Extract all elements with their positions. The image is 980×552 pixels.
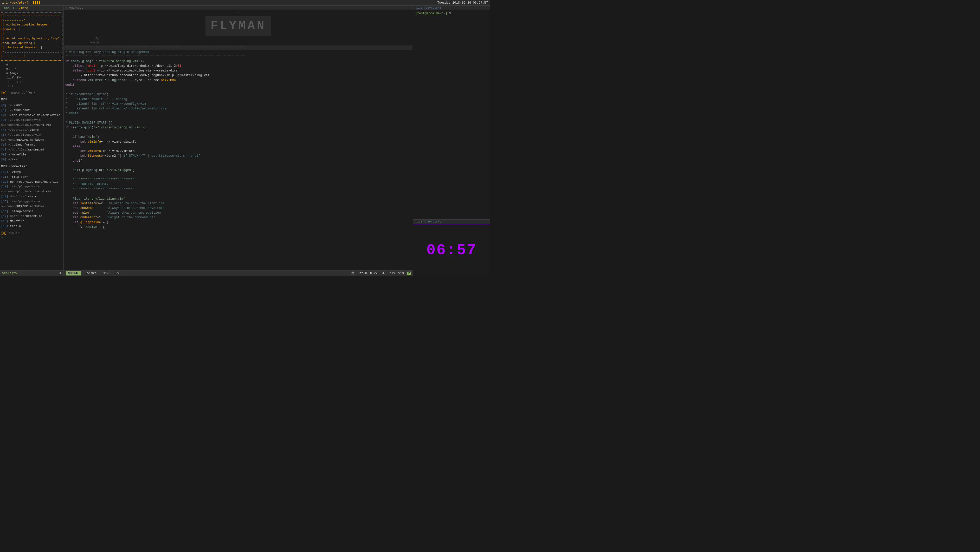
mru-home-header: MRU /home/test <box>1 164 62 169</box>
mru-item-6[interactable]: [6] ~/.clang-format <box>1 143 62 148</box>
mru-home-item-11[interactable]: [11] .tmux.conf <box>1 174 62 179</box>
q-bracket: [q] <box>1 231 7 235</box>
mru-item-4[interactable]: [4] ~/dotfiles/.vimrc <box>1 128 62 133</box>
title-right: Tuesday 2018-06-26 06:57:57 <box>438 1 488 5</box>
tilde-1: ~ <box>1 235 62 240</box>
code-set-showcmd: set showcmd "Always print current keystr… <box>64 206 412 211</box>
cow-art: o o ^__^ o (oo)\________ (__)\ )\/\ ||--… <box>1 63 62 88</box>
top-pane-label: :1.2 /dev/pts/5 <box>413 6 490 10</box>
mru-home-item-12[interactable]: [12] non-recursive-make/Makefile <box>1 179 62 184</box>
datetime: Tuesday 2018-06-26 06:57:57 <box>438 1 488 5</box>
mru-home-item-13[interactable]: [13] .vim/plugged/vim-surround/plugin/su… <box>1 184 62 194</box>
cow-6: || || <box>6 84 62 88</box>
e-bracket: [e] <box>1 91 7 95</box>
status-num: 2 <box>407 271 411 275</box>
startify-label: Startify <box>2 271 17 275</box>
pane-indicators: ▐▐▐▐ <box>32 1 40 5</box>
cow-2: o ^__^ <box>6 67 62 71</box>
mru-item-8[interactable]: [8] ~/Makefile <box>1 152 62 157</box>
main-area: Tab: 1 .vimrc *-------------------------… <box>0 6 490 276</box>
startify-statusline: Startify 1 <box>0 270 64 276</box>
mru-item-9[interactable]: [9] ~/test.c <box>1 157 62 162</box>
tab-number: 1 <box>13 6 14 10</box>
startify-num: 1 <box>60 271 61 275</box>
code-nvim-comment-3: " silent! !ln -sf ~/.vim ~/.config/nvim <box>64 102 412 106</box>
top-pane-id: :1.2 /dev/pts/5 <box>415 6 441 10</box>
mru-home-item-10[interactable]: [10] .vimrc <box>1 170 62 174</box>
editor-path-label: /home/test <box>64 6 413 10</box>
tab-bar: Tab: 1 .vimrc <box>0 6 64 11</box>
screen: 1.1 /dev/pts/4 ▐▐▐▐ Tuesday 2018-06-26 0… <box>0 0 490 276</box>
status-filename: .vimrc <box>85 271 97 275</box>
syntax: vim <box>398 271 404 275</box>
code-mkdir: silent !mkdir -p ~/.vim/temp_dirs/undodi… <box>64 63 412 68</box>
editor-statusline: NORMAL .vimrc 9:23 0% 文 utf-8 U+22 34 un… <box>64 270 413 276</box>
bottom-pane-id: :1.3 /dev/pts/6 <box>415 220 441 223</box>
mru-item-3[interactable]: [3] ~/.vim/plugged/vim-surround/plugin/s… <box>1 118 62 128</box>
box-line-4: | Avoid coupling by writing "shy" code a… <box>3 36 60 46</box>
code-if-empty: if empty(glob('~/.vim/autoload/plug.vim'… <box>64 59 412 63</box>
code-curl: silent !curl -flo ~/.vim/autoload/plug.v… <box>64 68 412 73</box>
encoding-icon: 文 <box>352 271 355 276</box>
mru-home-item-18[interactable]: [18] Makefile <box>1 219 62 224</box>
status-line-col: 9:23 <box>103 271 110 275</box>
code-blank-5 <box>64 173 412 177</box>
code-blank-3 <box>64 130 412 135</box>
tab-filename: .vimrc <box>17 6 28 10</box>
code-nvim-comment-2: " silent! !mkdir -p ~/.config <box>64 97 412 102</box>
vim-label: 1.1 /dev/pts/4 <box>2 1 29 5</box>
code-blank-6 <box>64 192 412 196</box>
encoding: utf-8 <box>358 271 367 275</box>
title-left: 1.1 /dev/pts/4 ▐▐▐▐ <box>2 1 40 5</box>
code-plug-lightline: Plug 'itchyny/lightline.vim' <box>64 197 412 201</box>
clock-panel: 06:57 <box>413 224 490 276</box>
cow-4: (__)\ )\/\ <box>6 75 62 80</box>
code-curl-url: \ https://raw.githubusercontent.com/june… <box>64 73 412 78</box>
code-set-cmdheight: set cmdheight=1 "Height of the command b… <box>64 215 412 220</box>
code-plug-begin: call plug#begin('~/.vim/plugged') <box>64 168 412 173</box>
code-set-viminfo: set viminfo+=n~/.vim/.viminfo <box>64 149 412 154</box>
mru-home-item-15[interactable]: [15] .vim/plugged/vim-surround/README.ma… <box>1 199 62 209</box>
code-endif-2: endif <box>64 159 412 163</box>
code-if-not-empty: if !empty(glob('~/.vim/autoload/plug.vim… <box>64 125 412 130</box>
flyman-title-block: FLYMAN <box>64 16 412 36</box>
middle-panel: /home/test " FLYMAN By ROBIN """""""""""… <box>64 6 413 276</box>
code-comment-plug: " vim-plug for lazy loading plugin manag… <box>64 50 412 55</box>
code-let-lightline: let g:lightline = { <box>64 220 412 225</box>
mru-item-0[interactable]: [0] ~/.vimrc <box>1 103 62 108</box>
quit-item[interactable]: [q] <quit> <box>1 231 62 235</box>
empty-buffer[interactable]: [e] <empty buffer> <box>1 90 62 95</box>
mru-item-2[interactable]: [2] ~/non-recursive-make/Makefile <box>1 113 62 118</box>
tab-label: Tab: <box>2 6 10 10</box>
startify-content: *---------------------------------------… <box>0 11 64 270</box>
code-active: \ 'active': { <box>64 225 412 230</box>
mru-home-item-16[interactable]: [16] .clang-format <box>1 209 62 214</box>
box-line-2: | Minimize coupling between modules. | <box>3 22 60 32</box>
mru-home-item-17[interactable]: [17] dotfiles/README.md <box>1 214 62 219</box>
mru-home-item-14[interactable]: [14] dotfiles/.vimrc <box>1 194 62 199</box>
mru-item-5[interactable]: [5] ~/.vim/plugged/vim-surround/README.m… <box>1 133 62 143</box>
clock: 06:57 <box>426 242 477 259</box>
filetype: unix <box>388 271 395 275</box>
right-panel: :1.2 /dev/pts/5 [test@localdev:~] $ :1.3… <box>413 6 490 276</box>
terminal-prompt: [test@localdev:~] $ <box>415 11 488 16</box>
code-blank-1 <box>64 87 412 92</box>
code-set-laststatus: set laststatus=2 "In order to show the l… <box>64 201 412 206</box>
sep-line-1: """"""""""""""""""""""""""""""""""""""""… <box>64 46 412 50</box>
terminal-top[interactable]: [test@localdev:~] $ <box>413 10 490 220</box>
code-plugin-manager-comment: " PLUGIN MANAGER START {{ <box>64 121 412 125</box>
cow-3: o (oo)\________ <box>6 71 62 76</box>
code-autocmd: autocmd VimEnter * PlugInstall --sync | … <box>64 78 412 82</box>
start-box: *---------------------------------------… <box>1 12 62 60</box>
mru-item-7[interactable]: [7] ~/dotfiles/README.md <box>1 148 62 152</box>
code-set-ttymouse: set ttymouse=xterm2 "| if $TMUX=="" | se… <box>64 154 412 158</box>
mru-item-1[interactable]: [1] ~/.tmux.conf <box>1 108 62 113</box>
mode-indicator: NORMAL <box>66 271 81 276</box>
quit-label: <quit> <box>9 231 20 235</box>
col-num: 34 <box>381 271 384 275</box>
code-sep-lightline-2: """"""""""""""""""""""""""""""""" <box>64 187 412 192</box>
mru-home-item-19[interactable]: [19] test.c <box>1 224 62 229</box>
title-bar: 1.1 /dev/pts/4 ▐▐▐▐ Tuesday 2018-06-26 0… <box>0 0 490 6</box>
editor-content[interactable]: " FLYMAN By ROBIN """"""""""""""""""""""… <box>64 10 413 270</box>
box-line-3: | | <box>3 32 60 36</box>
